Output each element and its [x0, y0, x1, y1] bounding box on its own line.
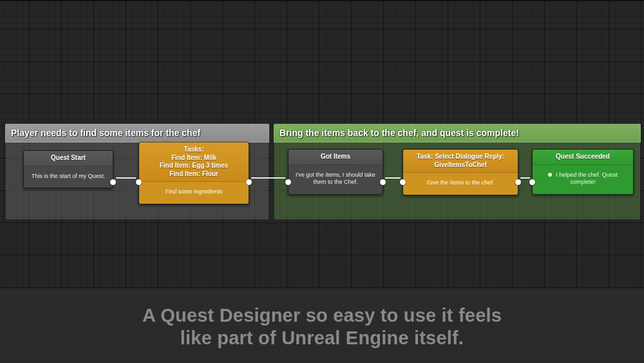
- node-quest-start[interactable]: Quest Start This is the start of my Ques…: [23, 150, 113, 188]
- node-body: I helped the chef. Quest complete!: [533, 165, 633, 194]
- node-got-items[interactable]: Got Items I've got the items, I should t…: [288, 149, 383, 195]
- node-title: Tasks: Find Item: Milk Find Item: Egg 3 …: [139, 142, 249, 182]
- output-pin[interactable]: [380, 179, 386, 185]
- node-title: Quest Start: [24, 151, 113, 166]
- node-title: Got Items: [289, 150, 383, 165]
- node-body: Find some ingredients: [139, 182, 249, 204]
- wire: [520, 177, 530, 179]
- node-title: Task: Select Dialogue Reply: GiveItemsTo…: [403, 150, 518, 173]
- input-pin[interactable]: [285, 179, 291, 185]
- caption-text: A Quest Designer so easy to use it feels…: [142, 304, 502, 348]
- input-pin[interactable]: [529, 179, 535, 185]
- output-pin[interactable]: [515, 179, 521, 185]
- output-pin[interactable]: [110, 179, 116, 185]
- node-dialogue-task[interactable]: Task: Select Dialogue Reply: GiveItemsTo…: [402, 149, 518, 195]
- caption-band: A Quest Designer so easy to use it feels…: [0, 290, 644, 363]
- status-dot-icon: [548, 173, 552, 177]
- node-quest-succeeded[interactable]: Quest Succeeded I helped the chef. Quest…: [532, 149, 634, 195]
- node-tasks-find-items[interactable]: Tasks: Find Item: Milk Find Item: Egg 3 …: [138, 142, 249, 204]
- node-body: I've got the items, I should take them t…: [289, 165, 383, 194]
- node-title: Quest Succeeded: [533, 150, 633, 165]
- output-pin[interactable]: [246, 179, 252, 185]
- wire: [116, 177, 136, 179]
- wire: [251, 177, 285, 179]
- group-title[interactable]: Bring the items back to the chef, and qu…: [274, 124, 641, 142]
- wire: [385, 177, 401, 179]
- group-title[interactable]: Player needs to find some items for the …: [5, 124, 269, 142]
- node-body: Give the items to the chef.: [403, 173, 518, 195]
- node-body: This is the start of my Quest.: [24, 166, 113, 188]
- input-pin[interactable]: [400, 179, 406, 185]
- input-pin[interactable]: [136, 179, 142, 185]
